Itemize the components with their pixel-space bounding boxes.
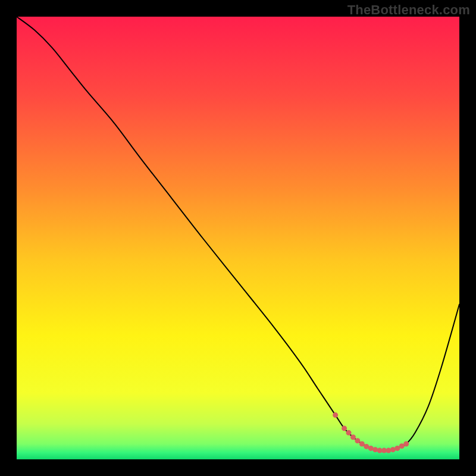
plot-area [17,17,459,459]
watermark-text: TheBottleneck.com [347,2,470,18]
gradient-rect [17,17,459,459]
valley-dot [346,430,352,436]
valley-dot [372,447,378,452]
valley-dot [350,434,356,440]
valley-dot [342,425,347,431]
valley-dot [333,412,338,418]
chart-frame: TheBottleneck.com [0,0,476,476]
valley-dot [355,438,360,443]
valley-dot [403,441,409,446]
chart-svg [17,17,459,459]
valley-dot [386,448,391,453]
